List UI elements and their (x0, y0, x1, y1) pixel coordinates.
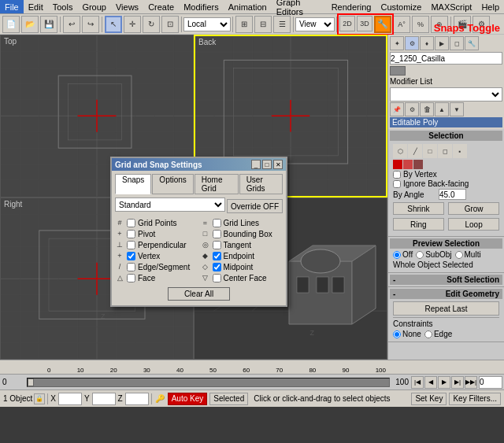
toolbar-redo[interactable]: ↪ (82, 16, 99, 33)
key-filters-btn[interactable]: Key Filters... (449, 393, 501, 405)
hierarchy-icon[interactable]: ♦ (420, 36, 434, 50)
toolbar-layer[interactable]: ☰ (273, 16, 291, 33)
menu-views[interactable]: Views (111, 0, 143, 13)
pivot-check[interactable] (127, 230, 135, 238)
edge-sel-icon[interactable]: ╱ (408, 144, 422, 158)
edge-constraint-radio[interactable] (424, 330, 432, 338)
current-time-input[interactable] (479, 376, 502, 389)
toolbar-open[interactable]: 📂 (21, 16, 39, 33)
grid-snap-dialog[interactable]: Grid and Snap Settings _ □ ✕ Snaps Optio… (110, 157, 287, 307)
edit-geometry-title[interactable]: - Edit Geometry (390, 289, 502, 299)
angle-snap-btn[interactable]: A° (393, 16, 410, 33)
menu-animation[interactable]: Animation (224, 0, 272, 13)
none-constraint-radio[interactable] (393, 330, 401, 338)
soft-selection-title[interactable]: - Soft Selection (390, 275, 502, 285)
tab-user-grids[interactable]: User Grids (239, 174, 283, 194)
endpoint-check[interactable] (213, 252, 221, 260)
modifier-list-dropdown[interactable] (390, 87, 502, 102)
tab-home-grid[interactable]: Home Grid (195, 174, 239, 194)
menu-edit[interactable]: Edit (24, 0, 48, 13)
vertex-sel-icon[interactable]: ⬡ (393, 144, 407, 158)
toolbar-move[interactable]: ✛ (124, 16, 141, 33)
snaps-toggle-btn[interactable]: 🔧 (374, 16, 391, 33)
tangent-check[interactable] (213, 241, 221, 249)
ignore-backfacing-check[interactable] (393, 180, 401, 188)
snap-type-dropdown[interactable]: Standard (115, 198, 225, 212)
menu-rendering[interactable]: Rendering (327, 0, 376, 13)
border-sel-icon[interactable]: □ (423, 144, 437, 158)
grid-lines-check[interactable] (213, 219, 221, 227)
midpoint-check[interactable] (213, 263, 221, 271)
preview-multi-radio[interactable] (455, 251, 463, 259)
mod-delete-icon[interactable]: 🗑 (420, 102, 434, 116)
percent-snap-btn[interactable]: % (412, 16, 429, 33)
menu-group[interactable]: Group (77, 0, 111, 13)
shrink-btn[interactable]: Shrink (393, 202, 444, 215)
menu-tools[interactable]: Tools (48, 0, 78, 13)
dialog-titlebar[interactable]: Grid and Snap Settings _ □ ✕ (112, 158, 286, 171)
view-dropdown[interactable]: View (295, 17, 335, 31)
override-btn[interactable]: Override OFF (227, 199, 283, 213)
lock-sel-icon[interactable]: 🔒 (34, 393, 45, 404)
go-start-btn[interactable]: |◀ (411, 376, 424, 389)
modify-icon[interactable]: ⚙ (405, 36, 419, 50)
reference-coord-dropdown[interactable]: LocalWorldView (183, 17, 231, 31)
selection-title[interactable]: Selection (390, 131, 502, 141)
dialog-minimize-btn[interactable]: _ (251, 160, 261, 169)
poly-sel-icon[interactable]: ◻ (438, 144, 452, 158)
mod-config-icon[interactable]: ⚙ (405, 102, 419, 116)
timeline-playhead[interactable] (28, 378, 34, 386)
menu-customize[interactable]: Customize (376, 0, 426, 13)
toolbar-undo[interactable]: ↩ (63, 16, 80, 33)
toolbar-mirror[interactable]: ⊞ (235, 16, 253, 33)
editable-poly-item[interactable]: Editable Poly (390, 117, 502, 127)
auto-key-btn[interactable]: Auto Key (168, 393, 208, 405)
toolbar-save[interactable]: 💾 (40, 16, 57, 33)
timeline-track[interactable] (27, 378, 390, 387)
display-icon[interactable]: ◻ (450, 36, 464, 50)
mod-up-icon[interactable]: ▲ (435, 102, 449, 116)
spinner-snap-btn[interactable]: ⊕ (431, 16, 448, 33)
ring-btn[interactable]: Ring (393, 218, 444, 231)
face-check[interactable] (127, 274, 135, 282)
menu-help[interactable]: Help (476, 0, 504, 13)
menu-file[interactable]: File (0, 0, 24, 13)
clear-all-btn[interactable]: Clear All (168, 287, 230, 301)
grid-points-check[interactable] (127, 219, 135, 227)
by-angle-input[interactable] (439, 189, 466, 200)
preview-off-radio[interactable] (393, 251, 401, 259)
tab-snaps[interactable]: Snaps (115, 174, 151, 194)
set-key-btn[interactable]: Set Key (411, 393, 447, 405)
prev-frame-btn[interactable]: ◀ (424, 376, 437, 389)
render-btn[interactable]: 🎬 (454, 16, 471, 33)
preview-subobj-radio[interactable] (416, 251, 424, 259)
bounding-box-check[interactable] (213, 230, 221, 238)
tab-options[interactable]: Options (152, 174, 193, 194)
vertex-check[interactable] (127, 252, 135, 260)
center-face-check[interactable] (213, 274, 221, 282)
toolbar-select[interactable]: ↖ (105, 16, 122, 33)
menu-create[interactable]: Create (143, 0, 179, 13)
elem-sel-icon[interactable]: ▪ (453, 144, 467, 158)
render-settings-btn[interactable]: ⚙ (472, 16, 490, 33)
toolbar-new[interactable]: 📄 (2, 16, 20, 33)
dialog-close-btn[interactable]: ✕ (273, 160, 283, 169)
dialog-maximize-btn[interactable]: □ (262, 160, 272, 169)
go-end-btn[interactable]: ▶▶| (465, 376, 477, 389)
mod-down-icon[interactable]: ▼ (450, 102, 464, 116)
perpendicular-check[interactable] (127, 241, 135, 249)
next-frame-btn[interactable]: ▶| (451, 376, 464, 389)
play-btn[interactable]: ▶ (438, 376, 450, 389)
edge-check[interactable] (127, 263, 135, 271)
z-input[interactable] (125, 393, 149, 405)
object-name-input[interactable] (390, 52, 502, 65)
menu-graph-editors[interactable]: Graph Editors (272, 0, 327, 13)
preview-selection-title[interactable]: Preview Selection (390, 238, 502, 249)
utility-icon[interactable]: 🔧 (465, 36, 479, 50)
create-icon[interactable]: ✦ (390, 36, 404, 50)
selected-btn[interactable]: Selected (209, 393, 248, 405)
toolbar-align[interactable]: ⊟ (254, 16, 272, 33)
grow-btn[interactable]: Grow (448, 202, 499, 215)
motion-icon[interactable]: ▶ (435, 36, 449, 50)
repeat-last-btn[interactable]: Repeat Last (393, 301, 499, 316)
